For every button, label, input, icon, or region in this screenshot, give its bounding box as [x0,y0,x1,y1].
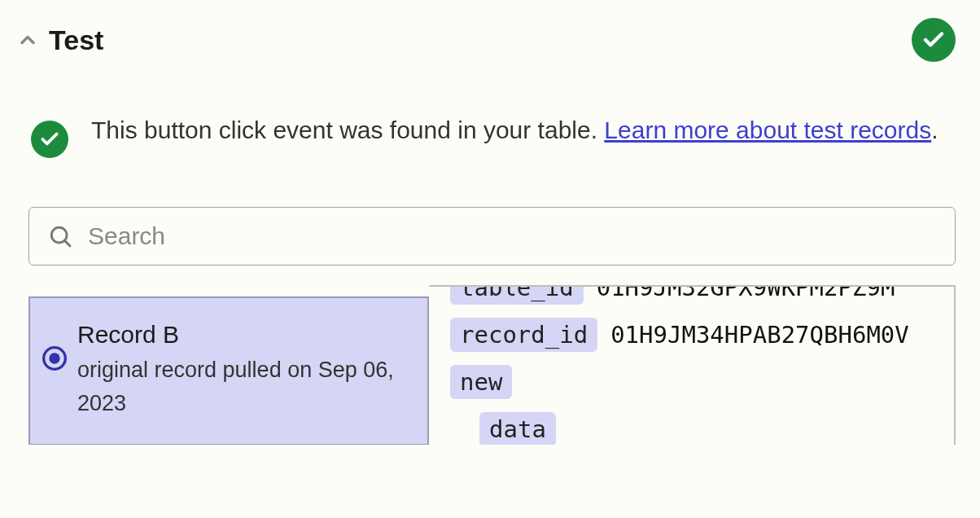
status-row: This button click event was found in you… [0,78,980,166]
svg-point-3 [49,353,59,363]
radio-selected-icon[interactable] [42,345,68,371]
search-input[interactable] [88,222,937,250]
content-area: Record B original record pulled on Sep 0… [0,266,980,445]
record-texts: Record B original record pulled on Sep 0… [77,321,411,419]
detail-panel: table_id 01H9JM32GPX9WKPM2PZ9M record_id… [429,285,956,445]
record-list: Record B original record pulled on Sep 0… [28,296,429,445]
section-title: Test [49,24,103,56]
value-text: 01H9JM32GPX9WKPM2PZ9M [597,285,895,301]
key-chip: new [450,365,512,399]
value-text: 01H9JM34HPAB27QBH6M0V [610,321,909,349]
record-title: Record B [77,321,411,349]
chevron-up-icon[interactable] [16,29,39,51]
status-period: . [931,116,938,143]
key-chip: data [479,412,556,445]
section-header: Test [0,0,980,78]
kv-row: record_id 01H9JM34HPAB27QBH6M0V [450,318,954,352]
kv-row: new [450,365,954,399]
kv-row: data [450,412,954,445]
record-subtitle: original record pulled on Sep 06, 2023 [77,353,411,419]
key-chip: record_id [450,318,597,352]
header-left[interactable]: Test [16,24,103,56]
status-message: This button click event was found in you… [91,116,604,143]
search-field[interactable] [28,207,956,266]
search-container [0,166,980,266]
search-icon [47,223,73,249]
success-check-icon [912,18,956,62]
learn-more-link[interactable]: Learn more about test records [604,116,931,143]
key-chip: table_id [450,285,584,305]
success-check-icon [31,121,68,158]
svg-line-1 [65,241,70,246]
status-text: This button click event was found in you… [91,111,938,150]
record-card[interactable]: Record B original record pulled on Sep 0… [28,296,429,445]
kv-row: table_id 01H9JM32GPX9WKPM2PZ9M [450,285,954,305]
